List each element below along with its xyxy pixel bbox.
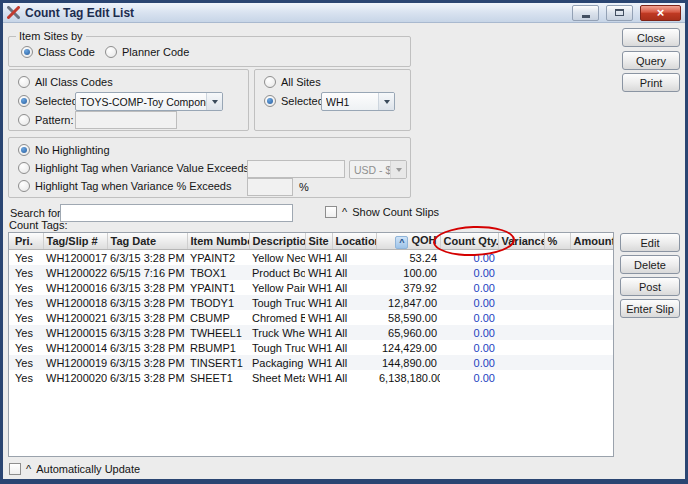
cell-desc: Truck Wheel... — [249, 325, 305, 340]
cell-item: TBODY1 — [187, 295, 249, 310]
variance-percent-input — [247, 178, 293, 196]
radio-all-sites[interactable]: All Sites — [264, 76, 321, 88]
cell-item: CBUMP — [187, 310, 249, 325]
table-row[interactable]: YesWH12000156/3/15 3:28 PMTWHEEL1Truck W… — [9, 325, 613, 340]
sites-frame: All Sites Selected: WH1 — [254, 69, 411, 131]
cell-date: 6/3/15 3:28 PM — [107, 250, 187, 266]
column-header-tag-slip[interactable]: Tag/Slip # — [43, 233, 107, 250]
cell-site: WH1 — [305, 310, 332, 325]
cell-date: 6/3/15 3:28 PM — [107, 355, 187, 370]
cell-tag: WH1200016 — [43, 280, 107, 295]
maximize-button[interactable] — [606, 5, 633, 21]
radio-selected-site[interactable]: Selected: — [264, 95, 327, 107]
cell-amount — [570, 325, 613, 340]
cell-var — [498, 250, 544, 266]
column-header-qoh[interactable]: ^QOH — [376, 233, 440, 250]
checkbox-label: Show Count Slips — [352, 206, 439, 218]
cell-desc: Packaging I... — [249, 355, 305, 370]
column-header-count-qty[interactable]: Count Qty. — [440, 233, 498, 250]
cell-date: 6/3/15 3:28 PM — [107, 340, 187, 355]
column-label: Description — [253, 235, 306, 247]
minimize-button[interactable] — [572, 5, 599, 21]
close-window-button[interactable]: × — [640, 5, 681, 21]
radio-selected-class-code[interactable]: Selected: — [18, 95, 81, 107]
cell-qoh: 6,138,180.00 — [376, 370, 440, 385]
auto-update-checkbox[interactable]: ^ Automatically Update — [9, 463, 140, 475]
print-button[interactable]: Print — [622, 73, 680, 92]
cell-site: WH1 — [305, 355, 332, 370]
header-row: Pri. Tag/Slip # Tag Date Item Number Des… — [9, 233, 613, 250]
table-row[interactable]: YesWH12000186/3/15 3:28 PMTBODY1Tough Tr… — [9, 295, 613, 310]
delete-button[interactable]: Delete — [620, 255, 680, 274]
cell-count: 0.00 — [440, 355, 498, 370]
cell-count: 0.00 — [440, 295, 498, 310]
radio-highlight-variance-percent[interactable]: Highlight Tag when Variance % Exceeds — [18, 180, 232, 192]
radio-planner-code[interactable]: Planner Code — [105, 46, 189, 58]
column-header-tag-date[interactable]: Tag Date — [107, 233, 187, 250]
site-select[interactable]: WH1 — [321, 92, 395, 111]
cell-desc: Product Box... — [249, 265, 305, 280]
cell-qoh: 100.00 — [376, 265, 440, 280]
radio-label: All Class Codes — [35, 76, 113, 88]
checkbox-icon — [325, 206, 337, 218]
column-label: Count Qty. — [444, 235, 499, 247]
radio-label: No Highlighting — [35, 144, 110, 156]
count-tags-label: Count Tags: — [9, 219, 68, 231]
column-header-pri[interactable]: Pri. — [9, 233, 43, 250]
column-label: QOH — [411, 234, 436, 246]
cell-desc: Sheet Metal ... — [249, 370, 305, 385]
highlight-frame: No Highlighting Highlight Tag when Varia… — [8, 137, 411, 198]
class-code-select[interactable]: TOYS-COMP-Toy Components — [75, 92, 223, 111]
cell-amount — [570, 340, 613, 355]
column-header-location[interactable]: Location — [332, 233, 376, 250]
radio-no-highlighting[interactable]: No Highlighting — [18, 144, 110, 156]
column-header-amount[interactable]: Amount — [570, 233, 613, 250]
enter-slip-button[interactable]: Enter Slip — [620, 299, 680, 318]
accel-mark: ^ — [342, 206, 347, 218]
cell-loc: All — [332, 265, 376, 280]
count-tags-grid: Pri. Tag/Slip # Tag Date Item Number Des… — [8, 232, 614, 457]
cell-pri: Yes — [9, 295, 43, 310]
column-header-description[interactable]: Description — [249, 233, 305, 250]
cell-var — [498, 310, 544, 325]
column-header-percent[interactable]: % — [544, 233, 570, 250]
cell-qoh: 124,429.00 — [376, 340, 440, 355]
table-row[interactable]: YesWH12000166/3/15 3:28 PMYPAINT1Yellow … — [9, 280, 613, 295]
cell-site: WH1 — [305, 325, 332, 340]
radio-label: Pattern: — [35, 114, 74, 126]
table-row[interactable]: YesWH12000226/5/15 7:16 PMTBOX1Product B… — [9, 265, 613, 280]
cell-pri: Yes — [9, 325, 43, 340]
post-button[interactable]: Post — [620, 277, 680, 296]
close-button[interactable]: Close — [622, 28, 680, 47]
search-input[interactable] — [60, 204, 293, 222]
cell-date: 6/3/15 3:28 PM — [107, 370, 187, 385]
show-count-slips-checkbox[interactable]: ^ Show Count Slips — [325, 206, 439, 218]
cell-count: 0.00 — [440, 280, 498, 295]
cell-loc: All — [332, 280, 376, 295]
column-header-item-number[interactable]: Item Number — [187, 233, 249, 250]
table-row[interactable]: YesWH12000146/3/15 3:28 PMRBUMP1Tough Tr… — [9, 340, 613, 355]
edit-button[interactable]: Edit — [620, 233, 680, 252]
column-label: Tag/Slip # — [47, 235, 98, 247]
cell-date: 6/3/15 3:28 PM — [107, 325, 187, 340]
cell-pct — [544, 295, 570, 310]
table-row[interactable]: YesWH12000176/3/15 3:28 PMYPAINT2Yellow … — [9, 250, 613, 266]
query-button[interactable]: Query — [622, 51, 680, 70]
radio-class-code[interactable]: Class Code — [21, 46, 95, 58]
column-header-site[interactable]: Site — [305, 233, 332, 250]
column-label: % — [548, 235, 558, 247]
table-row[interactable]: YesWH12000196/3/15 3:28 PMTINSERT1Packag… — [9, 355, 613, 370]
cell-pri: Yes — [9, 340, 43, 355]
cell-pct — [544, 370, 570, 385]
table-row[interactable]: YesWH12000206/3/15 3:28 PMSHEET1Sheet Me… — [9, 370, 613, 385]
cell-qoh: 379.92 — [376, 280, 440, 295]
cell-site: WH1 — [305, 265, 332, 280]
column-header-variance[interactable]: Variance — [498, 233, 544, 250]
table-row[interactable]: YesWH12000216/3/15 3:28 PMCBUMPChromed B… — [9, 310, 613, 325]
radio-all-class-codes[interactable]: All Class Codes — [18, 76, 113, 88]
cell-pri: Yes — [9, 280, 43, 295]
radio-label: Selected: — [35, 95, 81, 107]
radio-pattern[interactable]: Pattern: — [18, 114, 74, 126]
column-label: Pri. — [15, 235, 33, 247]
radio-highlight-variance-value[interactable]: Highlight Tag when Variance Value Exceed… — [18, 162, 249, 174]
